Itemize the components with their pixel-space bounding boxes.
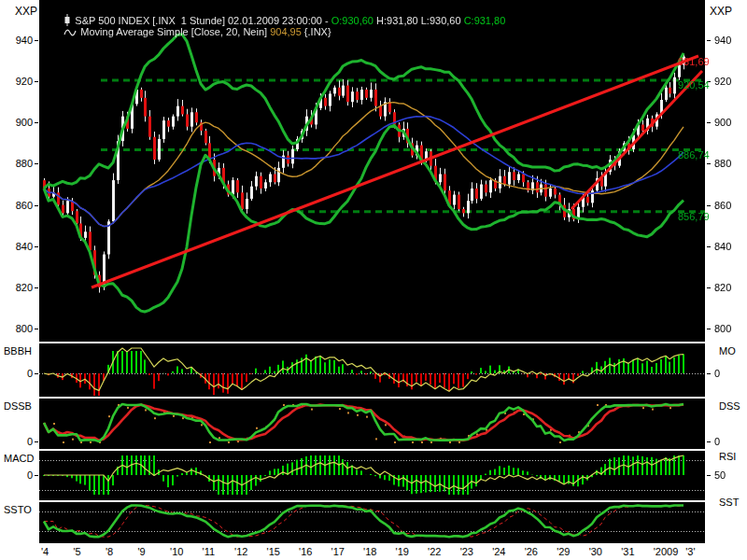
y-axis-label-right: 880 bbox=[714, 158, 731, 169]
y-axis-label-left: 880 bbox=[0, 158, 33, 169]
panel-label-rsi: RSI bbox=[719, 451, 736, 462]
x-axis-label: '29 bbox=[557, 546, 570, 557]
panel-label-mo: MO bbox=[719, 345, 736, 357]
y-axis-label-left: 820 bbox=[0, 282, 33, 293]
x-axis-label: '19 bbox=[396, 546, 409, 557]
y-axis-label-right: 800 bbox=[714, 323, 731, 334]
panel-label-bbbh: BBBH bbox=[4, 345, 32, 357]
y-axis-tick-right bbox=[707, 246, 711, 247]
price-tag: 886,74 bbox=[678, 149, 710, 161]
y-axis-tick-left bbox=[35, 205, 38, 206]
open-value: O:930,60 bbox=[331, 15, 374, 26]
x-axis-label: '12 bbox=[234, 546, 247, 557]
y-axis-tick-left bbox=[35, 246, 38, 247]
y-axis-tick-left bbox=[35, 122, 38, 123]
price-tag: 931,69 bbox=[678, 56, 710, 67]
panel-axis-label-left: 0 bbox=[13, 436, 33, 447]
macd-rsi-canvas[interactable] bbox=[39, 451, 705, 500]
y-axis-tick-right bbox=[707, 329, 711, 329]
ma-label: Moving Average Simple [Close, 20, Nein] bbox=[80, 26, 270, 37]
x-axis-label: '4 bbox=[41, 546, 49, 557]
panel-axis-label-left: 0 bbox=[13, 469, 33, 481]
indicator-panel-bbbh-mo bbox=[39, 343, 705, 397]
panel-axis-label-left: 0 bbox=[13, 368, 33, 379]
x-axis-label: '2009 bbox=[654, 546, 679, 557]
close-value: C:931,80 bbox=[464, 15, 506, 26]
indicator-title: Moving Average Simple [Close, 20, Nein] … bbox=[47, 15, 331, 50]
x-axis-label: '23 bbox=[460, 546, 473, 557]
panel-axis-tick-right bbox=[707, 373, 711, 374]
y-axis-tick-left bbox=[35, 163, 38, 164]
price-tag: 856,79 bbox=[678, 211, 710, 222]
y-axis-label-left: 940 bbox=[0, 35, 33, 46]
y-axis-tick-right bbox=[707, 122, 711, 123]
price-tag: 920,54 bbox=[678, 79, 710, 91]
panel-axis-tick-left bbox=[35, 441, 38, 442]
panel-axis-label-right: 0 bbox=[714, 436, 720, 447]
panel-label-dssb: DSSB bbox=[4, 400, 32, 412]
y-axis-tick-right bbox=[707, 40, 711, 41]
y-axis-label-right: 860 bbox=[714, 200, 731, 211]
y-axis-label-left: 800 bbox=[0, 323, 33, 334]
watermark-right: XXP bbox=[710, 5, 732, 18]
main-price-panel: S&P 500 INDEX [.INX 1 Stunde] 02.01.2009… bbox=[39, 0, 705, 342]
panel-axis-label-right: 50 bbox=[714, 469, 726, 481]
panel-axis-tick-left bbox=[35, 475, 38, 476]
panel-label-dss: DSS bbox=[719, 400, 740, 412]
y-axis-label-left: 920 bbox=[0, 76, 33, 87]
panel-label-macd: MACD bbox=[4, 453, 34, 464]
indicator-panel-ssto-sst bbox=[39, 502, 705, 543]
x-axis-label: '31 bbox=[621, 546, 634, 557]
y-axis-label-right: 940 bbox=[714, 35, 731, 46]
dssb-dss-canvas[interactable] bbox=[39, 399, 705, 449]
indicator-panel-macd-rsi bbox=[39, 451, 705, 500]
y-axis-label-right: 840 bbox=[714, 241, 731, 252]
x-axis-label: '11 bbox=[203, 546, 216, 557]
y-axis-label-right: 900 bbox=[714, 117, 731, 128]
y-axis-tick-right bbox=[707, 205, 711, 206]
x-axis-label: '26 bbox=[525, 546, 538, 557]
x-axis-label: '30 bbox=[589, 546, 602, 557]
x-axis-label: '18 bbox=[363, 546, 376, 557]
x-axis-label: '5 bbox=[74, 546, 81, 557]
x-axis-label: '15 bbox=[267, 546, 280, 557]
y-axis-label-left: 860 bbox=[0, 200, 33, 211]
y-axis-tick-left bbox=[35, 329, 38, 329]
x-axis-label: '8 bbox=[106, 546, 113, 557]
y-axis-tick-left bbox=[35, 287, 38, 288]
ma-suffix: {.INX} bbox=[302, 26, 331, 37]
x-axis-label: '24 bbox=[492, 546, 505, 557]
x-axis-label: '9 bbox=[138, 546, 146, 557]
y-axis-label-left: 840 bbox=[0, 241, 33, 252]
x-axis-label: '10 bbox=[170, 546, 183, 557]
x-axis-label: '3' bbox=[685, 546, 695, 557]
watermark-left: XXP bbox=[15, 5, 37, 18]
y-axis-tick-right bbox=[707, 287, 711, 288]
price-chart-canvas[interactable] bbox=[39, 0, 705, 342]
y-axis-tick-left bbox=[35, 81, 38, 82]
panel-axis-tick-right bbox=[707, 441, 711, 442]
x-axis-label: '17 bbox=[331, 546, 345, 557]
y-axis-label-right: 920 bbox=[714, 76, 731, 87]
bbbh-mo-canvas[interactable] bbox=[39, 343, 705, 397]
indicator-panel-dssb-dss bbox=[39, 399, 705, 449]
high-low-values: H:931,80 L:930,60 bbox=[374, 15, 464, 26]
x-axis-label: '22 bbox=[428, 546, 441, 557]
panel-axis-tick-left bbox=[35, 373, 38, 374]
wave-icon bbox=[63, 28, 77, 39]
ma-value: 904,95 bbox=[270, 26, 302, 37]
panel-axis-label-right: 0 bbox=[714, 368, 720, 379]
panel-label-sst: SST bbox=[719, 497, 739, 508]
y-axis-label-right: 820 bbox=[714, 282, 731, 293]
trading-chart-window: XXP XXP S&P 500 INDEX [.INX 1 Stunde] 02… bbox=[0, 0, 747, 560]
ssto-sst-canvas[interactable] bbox=[39, 502, 705, 543]
y-axis-label-left: 900 bbox=[0, 117, 33, 128]
panel-label-ssto: SSTO bbox=[4, 504, 32, 515]
y-axis-tick-right bbox=[707, 163, 711, 164]
panel-axis-tick-right bbox=[707, 475, 711, 476]
x-axis-label: '16 bbox=[299, 546, 312, 557]
y-axis-tick-left bbox=[35, 40, 38, 41]
